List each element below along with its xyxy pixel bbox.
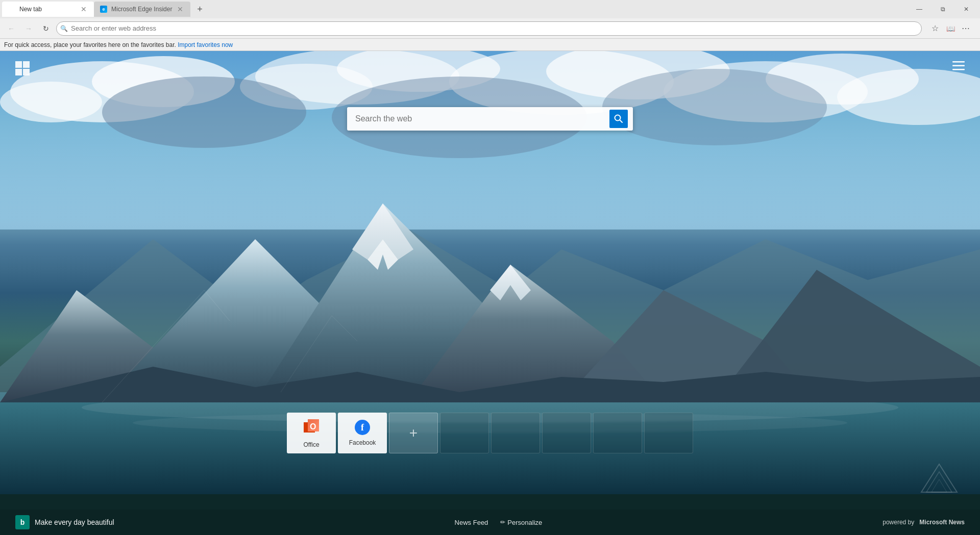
new-tab-page: O Office f Facebook + <box>0 51 980 535</box>
bing-logo: b <box>15 515 30 529</box>
verge-watermark <box>919 462 960 504</box>
address-bar: ← → ↻ 🔍 ☆ 📖 ⋯ <box>0 18 980 39</box>
search-icon <box>614 114 623 123</box>
back-button[interactable]: ← <box>4 21 18 36</box>
address-right-icons: ☆ 📖 ⋯ <box>925 22 976 35</box>
maximize-button[interactable]: ⧉ <box>931 0 954 18</box>
svg-marker-39 <box>921 464 957 492</box>
reading-mode-icon[interactable]: 📖 <box>944 22 957 35</box>
win-tile-1 <box>15 61 22 68</box>
bing-logo-text: b <box>20 518 25 526</box>
tab-new-tab-label: New tab <box>19 6 42 13</box>
tab-bar: New tab ✕ e Microsoft Edge Insider ✕ + —… <box>0 0 980 18</box>
personalize-label: Personalize <box>507 519 542 526</box>
minimize-button[interactable]: — <box>908 0 931 18</box>
favorites-bar: For quick access, place your favorites h… <box>0 39 980 51</box>
bing-branding: b Make every day beautiful <box>15 515 114 529</box>
favorites-message: For quick access, place your favorites h… <box>4 41 176 48</box>
quick-link-empty-1[interactable] <box>440 413 489 453</box>
add-icon: + <box>409 426 418 440</box>
new-tab-favicon <box>8 6 15 13</box>
tab-edge-insider-close[interactable]: ✕ <box>176 5 184 13</box>
address-search-icon: 🔍 <box>60 25 68 32</box>
bottom-bar: b Make every day beautiful News Feed ✏ P… <box>0 509 980 535</box>
win-tile-4 <box>23 69 30 75</box>
svg-point-3 <box>0 82 102 122</box>
hamburger-menu-button[interactable] <box>952 61 965 73</box>
close-button[interactable]: ✕ <box>954 0 978 18</box>
bottom-center-links: News Feed ✏ Personalize <box>455 519 543 526</box>
quick-link-empty-5[interactable] <box>644 413 693 453</box>
svg-rect-29 <box>952 61 965 63</box>
office-icon: O <box>303 418 320 437</box>
new-tab-button[interactable]: + <box>192 2 207 16</box>
personalize-link[interactable]: ✏ Personalize <box>500 519 542 526</box>
svg-rect-30 <box>952 65 965 67</box>
svg-marker-40 <box>926 472 952 492</box>
powered-by: powered by Microsoft News <box>883 519 965 526</box>
hamburger-icon <box>952 61 965 70</box>
bing-tagline: Make every day beautiful <box>35 518 114 526</box>
quick-links: O Office f Facebook + <box>287 413 693 453</box>
search-input[interactable] <box>355 114 609 123</box>
address-input[interactable] <box>56 21 922 36</box>
quick-link-empty-4[interactable] <box>593 413 642 453</box>
forward-button[interactable]: → <box>21 21 36 36</box>
win-tile-2 <box>23 61 30 68</box>
powered-by-prefix: powered by <box>883 519 914 526</box>
more-options-icon[interactable]: ⋯ <box>960 22 972 35</box>
search-container <box>347 107 633 131</box>
tab-new-tab[interactable]: New tab ✕ <box>2 2 94 17</box>
windows-logo[interactable] <box>15 61 30 75</box>
win-tile-3 <box>15 69 22 75</box>
office-label: Office <box>303 441 319 448</box>
svg-marker-41 <box>932 479 947 492</box>
quick-link-office[interactable]: O Office <box>287 413 336 453</box>
address-wrapper: 🔍 <box>56 21 922 36</box>
import-favorites-link[interactable]: Import favorites now <box>178 41 233 48</box>
svg-text:O: O <box>310 422 316 431</box>
quick-link-empty-3[interactable] <box>542 413 591 453</box>
refresh-button[interactable]: ↻ <box>39 21 53 36</box>
personalize-icon: ✏ <box>500 519 505 526</box>
svg-line-33 <box>620 120 622 122</box>
favorites-star-icon[interactable]: ☆ <box>929 22 941 35</box>
powered-by-name: Microsoft News <box>919 519 965 526</box>
browser-chrome: New tab ✕ e Microsoft Edge Insider ✕ + —… <box>0 0 980 51</box>
search-box <box>347 107 633 131</box>
svg-point-12 <box>102 77 306 148</box>
edge-insider-favicon: e <box>100 6 107 13</box>
tab-new-tab-close[interactable]: ✕ <box>80 5 88 13</box>
news-feed-label: News Feed <box>455 519 488 526</box>
tab-edge-insider-label: Microsoft Edge Insider <box>111 6 172 13</box>
svg-point-14 <box>602 69 827 145</box>
quick-link-add[interactable]: + <box>389 413 438 453</box>
quick-link-empty-2[interactable] <box>491 413 540 453</box>
tab-edge-insider[interactable]: e Microsoft Edge Insider ✕ <box>94 2 190 17</box>
search-button[interactable] <box>609 110 628 128</box>
svg-rect-31 <box>952 69 965 70</box>
quick-link-facebook[interactable]: f Facebook <box>338 413 387 453</box>
facebook-icon: f <box>355 420 370 435</box>
facebook-label: Facebook <box>349 439 376 446</box>
news-feed-link[interactable]: News Feed <box>455 519 488 526</box>
windows-logo-grid <box>15 61 30 75</box>
